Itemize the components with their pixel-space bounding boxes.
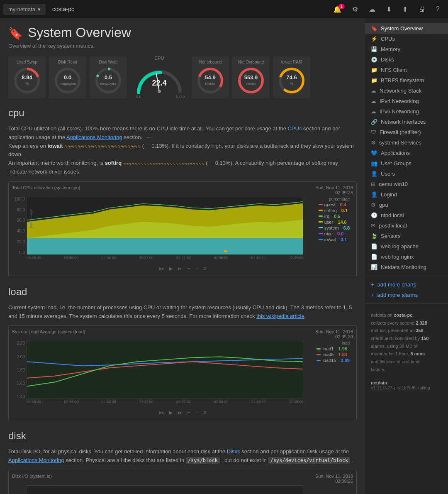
sidebar-item-web-log-apache[interactable]: 📄 web log apache — [365, 241, 448, 252]
sidebar-item-system-overview[interactable]: 🔖 System Overview — [365, 23, 448, 34]
sidebar-item-user-groups[interactable]: 👥 User Groups — [365, 158, 448, 169]
bolt-icon: ⚡ — [371, 36, 377, 42]
chart-zoom-out[interactable]: − — [194, 265, 200, 272]
sidebar-action-add-charts[interactable]: + add more charts — [365, 279, 448, 290]
sidebar-item-memory[interactable]: 💾 Memory — [365, 44, 448, 54]
load-chart-plot[interactable]: load — [27, 341, 303, 399]
load-section: load Current system load, i.e. the numbe… — [8, 286, 357, 421]
cpu-xaxis: 02:35:30 02:36:00 02:36:30 02:37:00 02:3… — [27, 256, 303, 263]
upload-button[interactable]: ⬆ — [397, 2, 413, 17]
svg-point-7 — [97, 69, 120, 92]
plus-charts-icon: + — [371, 281, 374, 288]
sidebar-item-ipv4[interactable]: ☁ IPv4 Networking — [365, 96, 448, 106]
disk-code-2: /sys/devices/virtual/block — [268, 457, 350, 464]
load-chart-more[interactable]: ≡ — [202, 409, 208, 416]
chart-more[interactable]: ≡ — [202, 265, 208, 272]
load-chart-zoom-out[interactable]: − — [194, 409, 200, 416]
disk-code-1: /sys/block — [186, 457, 220, 464]
svg-text:megabytes: megabytes — [100, 82, 116, 86]
help-button[interactable]: ? — [431, 2, 445, 16]
cpu-yaxis: 100.0 80.0 60.0 40.0 20.0 0.0 — [12, 197, 27, 255]
load-chart-zoom-in[interactable]: + — [186, 409, 192, 416]
cpu-chart-plot[interactable]: percentage — [27, 197, 303, 255]
bookmark-icon: 🔖 — [371, 25, 377, 32]
sidebar-item-firewall[interactable]: 🛡 Firewall (netfilter) — [365, 127, 448, 137]
sidebar-item-ntpd[interactable]: 🕐 ntpd local — [365, 210, 448, 220]
sidebar-item-network-interfaces[interactable]: 🔗 Network Interfaces — [365, 117, 448, 127]
users-icon: 👤 — [371, 171, 377, 177]
download-button[interactable]: ⬇ — [381, 2, 397, 17]
cpu-ylabel: percentage — [29, 209, 33, 228]
svg-text:%: % — [290, 81, 293, 86]
chart-zoom-in[interactable]: + — [186, 265, 192, 272]
cpu-section-title: cpu — [8, 107, 357, 120]
sidebar-item-qemu[interactable]: ⊞ qemu win10 — [365, 179, 448, 189]
net-outbound-svg: 553.9 kilobits — [236, 66, 265, 95]
legend-system: system 6.8 — [319, 225, 350, 230]
sidebar-item-nfs[interactable]: 📁 NFS Client — [365, 65, 448, 75]
sidebar-item-applications[interactable]: 💙 Applications — [365, 148, 448, 158]
plus-alarms-icon: + — [371, 292, 374, 298]
cloud-button[interactable]: ☁ — [364, 2, 380, 17]
sidebar-item-networking-stack[interactable]: ☁ Networking Stack — [365, 86, 448, 96]
load-chart-legend: load load1 1.98 load5 1.84 load15 2.09 — [317, 341, 350, 364]
chart-play[interactable]: ▶ — [167, 265, 174, 272]
disk-description: Total Disk I/O, for all physical disks. … — [8, 448, 357, 465]
cpu-chart-container: Total CPU utilization (system.cpu) Sun, … — [8, 181, 357, 276]
cpu-description: Total CPU utilization (all cores). 100% … — [8, 125, 357, 176]
sidebar-label-netdata-monitoring: Netdata Monitoring — [381, 264, 426, 270]
content-area: 🔖 System Overview Overview of the key sy… — [0, 18, 365, 494]
svg-text:22.4: 22.4 — [152, 79, 166, 87]
disk-chart-title: Disk I/O (system.io) — [12, 474, 52, 479]
load-chart-next-end[interactable]: ⏭ — [176, 409, 184, 416]
sidebar-item-disks[interactable]: 💿 Disks — [365, 54, 448, 65]
svg-marker-28 — [27, 203, 303, 238]
sidebar-label-qemu: qemu win10 — [379, 181, 408, 187]
memory-icon: 💾 — [371, 46, 377, 52]
sidebar-label-web-log-apache: web log apache — [381, 243, 419, 249]
more-button[interactable]: ··· — [146, 134, 151, 140]
svg-text:0.0: 0.0 — [136, 95, 141, 99]
legend-softirq: softirq 0.1 — [319, 208, 350, 213]
app-monitoring-link[interactable]: Applications Monitoring — [66, 134, 122, 140]
cpus-link[interactable]: CPUs — [287, 125, 302, 132]
sidebar-item-cpus[interactable]: ⚡ CPUs — [365, 34, 448, 44]
brand-dropdown[interactable]: my-netdata ▾ — [3, 4, 46, 15]
add-charts-label: add more charts — [377, 281, 416, 288]
disk-chart-partial[interactable] — [27, 485, 303, 494]
upload-icon: ⬆ — [402, 5, 408, 13]
load-chart-prev-start[interactable]: ⏮ — [157, 409, 166, 416]
chart-next-end[interactable]: ⏭ — [176, 265, 184, 272]
disk-write-svg: 0.5 megabytes — [94, 66, 123, 95]
page-title: System Overview — [28, 25, 131, 40]
settings-button[interactable]: ⚙ — [347, 2, 363, 17]
legend-guest: guest 0.4 — [319, 202, 350, 207]
sidebar-item-btrfs[interactable]: 📁 BTRFS filesystem — [365, 75, 448, 86]
interfaces-icon: 🔗 — [371, 119, 377, 125]
disk-app-link[interactable]: Applications Monitoring — [8, 457, 64, 463]
load-chart-body[interactable]: 2.20 2.00 1.80 1.60 1.40 load — [12, 341, 353, 407]
logind-icon: 👤 — [371, 191, 377, 198]
chart-prev-start[interactable]: ⏮ — [157, 265, 166, 272]
cpu-chart-title: Total CPU utilization (system.cpu) — [12, 185, 80, 190]
sidebar-action-add-alarms[interactable]: + add more alarms — [365, 290, 448, 300]
print-button[interactable]: 🖨 — [414, 2, 430, 16]
disks-link[interactable]: Disks — [227, 448, 240, 455]
sidebar-item-netdata-monitoring[interactable]: 📊 Netdata Monitoring — [365, 262, 448, 272]
sidebar-item-users[interactable]: 👤 Users — [365, 169, 448, 179]
sidebar-label-sensors: Sensors — [381, 233, 401, 239]
wikipedia-link[interactable]: this wikipedia article — [256, 313, 304, 319]
sidebar-item-postfix[interactable]: ✉ postfix local — [365, 220, 448, 231]
sidebar-item-gpu[interactable]: ⚙ gpu — [365, 200, 448, 210]
bell-button[interactable]: 🔔 1 — [328, 2, 346, 17]
svg-text:553.9: 553.9 — [244, 74, 258, 81]
sidebar-item-sensors[interactable]: 🍃 Sensors — [365, 231, 448, 241]
sidebar-label-logind: Logind — [381, 191, 397, 198]
sidebar-item-web-log-nginx[interactable]: 📄 web log nginx — [365, 252, 448, 262]
net-inbound-gauge: Net Inbound 54.9 kilobits — [192, 56, 229, 98]
sidebar-item-ipv6[interactable]: ☁ IPv6 Networking — [365, 106, 448, 117]
sidebar-item-logind[interactable]: 👤 Logind — [365, 189, 448, 200]
sidebar-item-systemd[interactable]: ⚙ systemd Services — [365, 137, 448, 148]
cpu-chart-body[interactable]: 100.0 80.0 60.0 40.0 20.0 0.0 percentage — [12, 197, 353, 263]
load-chart-play[interactable]: ▶ — [167, 409, 174, 416]
